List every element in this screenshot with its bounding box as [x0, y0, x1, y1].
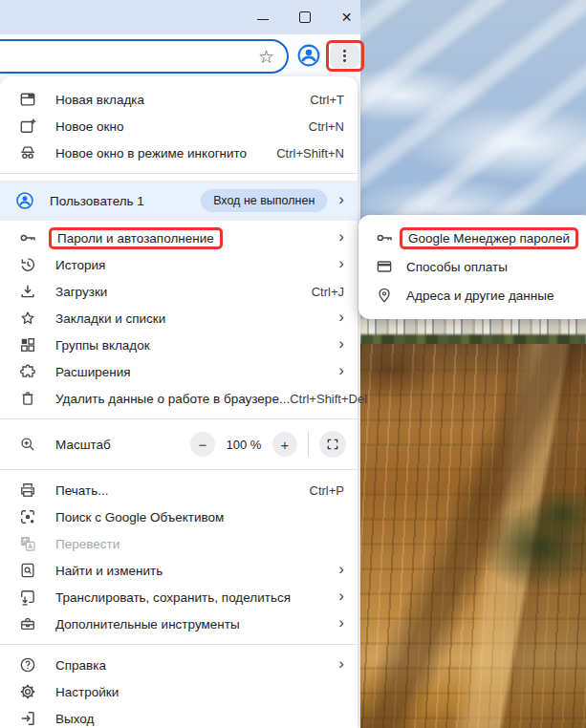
- menu-item-help[interactable]: Справка ›: [0, 652, 358, 678]
- menu-item-profile[interactable]: Пользователь 1 Вход не выполнен ›: [0, 181, 358, 221]
- new-window-icon: [18, 117, 37, 136]
- submenu-item-label: Способы оплаты: [406, 260, 508, 274]
- toolbox-icon: [18, 614, 37, 633]
- menu-item-new-tab[interactable]: Новая вкладка Ctrl+T: [0, 86, 358, 113]
- menu-item-shortcut: Ctrl+Shift+Del: [290, 392, 367, 406]
- titlebar: ✕: [0, 0, 360, 34]
- three-dot-icon: [343, 50, 346, 53]
- menu-divider: [0, 644, 358, 645]
- menu-item-shortcut: Ctrl+T: [310, 93, 344, 107]
- menu-item-exit[interactable]: Выход: [0, 705, 358, 728]
- bookmark-star-icon[interactable]: ☆: [258, 48, 274, 66]
- menu-item-zoom: Масштаб − 100 % +: [0, 426, 358, 462]
- toolbar: ☆: [0, 34, 360, 76]
- menu-item-extensions[interactable]: Расширения ›: [0, 358, 358, 385]
- user-avatar-icon: [15, 191, 34, 210]
- profile-icon: [296, 43, 321, 68]
- download-icon: [18, 282, 37, 301]
- menu-item-label: Новое окно в режиме инкогнито: [55, 146, 247, 161]
- address-bar[interactable]: ☆: [0, 39, 289, 74]
- location-pin-icon: [375, 286, 394, 305]
- close-button[interactable]: ✕: [340, 11, 353, 24]
- maximize-icon: [299, 11, 311, 23]
- menu-item-label: Дополнительные инструменты: [55, 617, 240, 632]
- tab-groups-icon: [18, 335, 37, 354]
- zoom-out-button[interactable]: −: [190, 432, 215, 457]
- three-dot-menu-button[interactable]: [330, 44, 359, 68]
- menu-item-bookmarks[interactable]: Закладки и списки ›: [0, 305, 358, 332]
- menu-item-new-window[interactable]: Новое окно Ctrl+N: [0, 113, 358, 139]
- menu-item-shortcut: Ctrl+Shift+N: [276, 146, 344, 161]
- signin-status-badge: Вход не выполнен: [201, 189, 327, 212]
- zoom-in-button[interactable]: +: [272, 432, 297, 457]
- menu-item-label: Найти и изменить: [55, 564, 163, 578]
- key-icon: [375, 228, 394, 247]
- menu-item-history[interactable]: История ›: [0, 251, 358, 278]
- chrome-main-menu: Новая вкладка Ctrl+T Новое окно Ctrl+N Н…: [0, 76, 358, 728]
- fullscreen-icon: [326, 438, 339, 451]
- vertical-divider: [308, 432, 309, 457]
- chevron-right-icon: ›: [338, 335, 344, 354]
- translate-icon: [18, 534, 37, 553]
- incognito-icon: [18, 143, 37, 162]
- chevron-right-icon: ›: [338, 614, 344, 633]
- menu-item-label: Настройки: [55, 685, 119, 699]
- menu-item-label: Удалить данные о работе в браузере...: [55, 392, 290, 406]
- menu-divider: [0, 418, 358, 419]
- menu-item-more-tools[interactable]: Дополнительные инструменты ›: [0, 610, 358, 637]
- menu-item-translate: Перевести: [0, 530, 358, 557]
- key-icon: [18, 228, 37, 247]
- credit-card-icon: [375, 257, 394, 276]
- photo-cliff: [360, 344, 586, 728]
- menu-item-label: Перевести: [55, 537, 119, 551]
- menu-item-print[interactable]: Печать... Ctrl+P: [0, 477, 358, 503]
- chevron-right-icon: ›: [338, 228, 344, 247]
- menu-item-shortcut: Ctrl+P: [310, 483, 344, 498]
- menu-item-label: История: [55, 258, 105, 272]
- menu-item-label: Закладки и списки: [55, 311, 165, 326]
- menu-item-tab-groups[interactable]: Группы вкладок ›: [0, 332, 358, 358]
- history-icon: [18, 255, 37, 274]
- profile-name: Пользователь 1: [50, 194, 144, 208]
- annotation-red-box-passwords: Пароли и автозаполнение: [49, 227, 223, 249]
- chevron-right-icon: ›: [338, 588, 344, 607]
- menu-divider: [0, 469, 358, 470]
- menu-item-label: Пароли и автозаполнение: [57, 231, 214, 246]
- chevron-right-icon: ›: [338, 655, 344, 674]
- minimize-icon: [257, 19, 269, 20]
- zoom-controls: − 100 % +: [190, 431, 346, 458]
- submenu-item-password-manager[interactable]: Google Менеджер паролей: [358, 224, 586, 252]
- trash-icon: [18, 389, 37, 408]
- puzzle-icon: [18, 362, 37, 381]
- menu-item-label: Группы вкладок: [55, 338, 150, 353]
- menu-item-label: Новая вкладка: [55, 93, 144, 107]
- menu-item-passwords-autofill[interactable]: Пароли и автозаполнение ›: [0, 225, 358, 251]
- help-icon: [18, 655, 37, 674]
- menu-item-incognito[interactable]: Новое окно в режиме инкогнито Ctrl+Shift…: [0, 139, 358, 166]
- submenu-item-payment-methods[interactable]: Способы оплаты: [358, 252, 586, 281]
- minimize-button[interactable]: [256, 11, 269, 24]
- menu-item-downloads[interactable]: Загрузки Ctrl+J: [0, 278, 358, 305]
- maximize-button[interactable]: [298, 11, 311, 24]
- menu-item-label: Транслировать, сохранить, поделиться: [55, 590, 291, 605]
- menu-item-settings[interactable]: Настройки: [0, 678, 358, 705]
- wallpaper-photo: [360, 0, 586, 728]
- menu-item-shortcut: Ctrl+J: [312, 285, 344, 299]
- new-tab-icon: [18, 90, 37, 109]
- submenu-item-addresses[interactable]: Адреса и другие данные: [358, 281, 586, 310]
- printer-icon: [18, 481, 37, 500]
- menu-item-label: Расширения: [55, 365, 131, 379]
- menu-item-google-lens[interactable]: Поиск с Google Объективом: [0, 503, 358, 530]
- fullscreen-button[interactable]: [319, 431, 346, 458]
- cast-share-icon: [18, 588, 37, 607]
- zoom-label: Масштаб: [55, 438, 111, 452]
- menu-item-find-and-edit[interactable]: Найти и изменить ›: [0, 557, 358, 584]
- chevron-right-icon: ›: [338, 561, 344, 580]
- browser-window: ✕ ☆ Нова: [0, 0, 360, 728]
- profile-button[interactable]: [296, 43, 321, 68]
- menu-item-cast-save-share[interactable]: Транслировать, сохранить, поделиться ›: [0, 584, 358, 610]
- screenshot-root: ✕ ☆ Нова: [0, 0, 586, 728]
- zoom-magnifier-icon: [18, 435, 37, 454]
- menu-divider: [0, 173, 358, 174]
- menu-item-clear-browsing-data[interactable]: Удалить данные о работе в браузере... Ct…: [0, 385, 358, 412]
